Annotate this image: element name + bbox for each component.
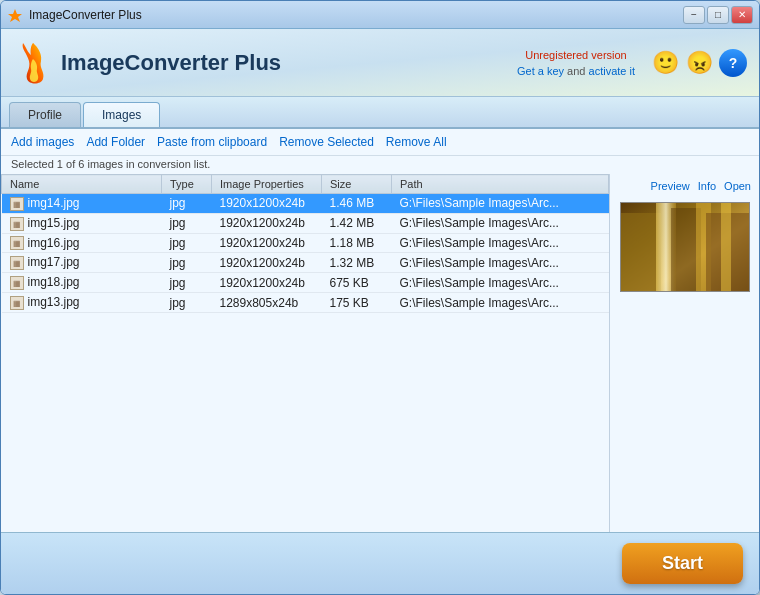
col-header-size: Size [322, 175, 392, 194]
app-header: ImageConverter Plus Unregistered version… [1, 29, 759, 97]
file-table-wrap: Name Type Image Properties Size Path ▦im… [1, 174, 609, 532]
logo-icon [13, 41, 53, 85]
main-window: ImageConverter Plus − □ ✕ [0, 0, 760, 595]
window-controls: − □ ✕ [683, 6, 753, 24]
tab-images[interactable]: Images [83, 102, 160, 127]
col-header-path: Path [392, 175, 609, 194]
get-key-link[interactable]: Get a key [517, 65, 564, 77]
help-button[interactable]: ? [719, 49, 747, 77]
svg-rect-7 [721, 203, 731, 292]
col-header-props: Image Properties [212, 175, 322, 194]
file-list-container: Name Type Image Properties Size Path ▦im… [1, 174, 759, 532]
table-row[interactable]: ▦img16.jpg jpg 1920x1200x24b 1.18 MB G:\… [2, 233, 609, 253]
file-icon: ▦ [10, 197, 24, 211]
toolbar: Add images Add Folder Paste from clipboa… [1, 129, 759, 156]
cell-name: ▦img16.jpg [2, 233, 162, 253]
preview-svg [621, 203, 750, 292]
app-title: ImageConverter Plus [61, 50, 281, 76]
open-link[interactable]: Open [724, 180, 751, 192]
info-link[interactable]: Info [698, 180, 716, 192]
cell-name: ▦img15.jpg [2, 213, 162, 233]
table-row[interactable]: ▦img17.jpg jpg 1920x1200x24b 1.32 MB G:\… [2, 253, 609, 273]
title-bar: ImageConverter Plus − □ ✕ [1, 1, 759, 29]
cell-type: jpg [162, 194, 212, 214]
status-text: Selected 1 of 6 images in conversion lis… [11, 158, 210, 170]
cell-properties: 1289x805x24b [212, 293, 322, 313]
remove-selected-button[interactable]: Remove Selected [279, 135, 374, 149]
cell-path: G:\Files\Sample Images\Arc... [392, 273, 609, 293]
svg-rect-2 [621, 213, 661, 292]
file-icon: ▦ [10, 276, 24, 290]
file-icon: ▦ [10, 217, 24, 231]
cell-type: jpg [162, 273, 212, 293]
tab-profile[interactable]: Profile [9, 102, 81, 127]
cell-size: 1.32 MB [322, 253, 392, 273]
table-row[interactable]: ▦img13.jpg jpg 1289x805x24b 175 KB G:\Fi… [2, 293, 609, 313]
cell-path: G:\Files\Sample Images\Arc... [392, 233, 609, 253]
cell-size: 1.18 MB [322, 233, 392, 253]
cell-size: 1.46 MB [322, 194, 392, 214]
cell-path: G:\Files\Sample Images\Arc... [392, 194, 609, 214]
cell-name: ▦img13.jpg [2, 293, 162, 313]
cell-path: G:\Files\Sample Images\Arc... [392, 213, 609, 233]
preview-image [620, 202, 750, 292]
file-table: Name Type Image Properties Size Path ▦im… [1, 174, 609, 313]
cell-size: 1.42 MB [322, 213, 392, 233]
minimize-button[interactable]: − [683, 6, 705, 24]
main-panel: Add images Add Folder Paste from clipboa… [1, 129, 759, 532]
app-logo: ImageConverter Plus [13, 41, 517, 85]
status-bar: Selected 1 of 6 images in conversion lis… [1, 156, 759, 174]
file-icon: ▦ [10, 256, 24, 270]
cell-type: jpg [162, 233, 212, 253]
file-icon: ▦ [10, 296, 24, 310]
bottom-bar: Start [1, 532, 759, 594]
header-icons: 🙂 😠 ? [651, 49, 747, 77]
cell-properties: 1920x1200x24b [212, 194, 322, 214]
preview-thumbnail [621, 203, 750, 292]
window-title: ImageConverter Plus [29, 8, 683, 22]
col-header-name: Name [2, 175, 162, 194]
add-folder-button[interactable]: Add Folder [86, 135, 145, 149]
cell-path: G:\Files\Sample Images\Arc... [392, 253, 609, 273]
registration-links: Get a key and activate it [517, 65, 635, 77]
start-button[interactable]: Start [622, 543, 743, 584]
sad-icon: 😠 [685, 49, 713, 77]
smiley-icon: 🙂 [651, 49, 679, 77]
unregistered-label: Unregistered version [525, 49, 627, 61]
paste-clipboard-button[interactable]: Paste from clipboard [157, 135, 267, 149]
remove-all-button[interactable]: Remove All [386, 135, 447, 149]
app-content: ImageConverter Plus Unregistered version… [1, 29, 759, 594]
add-images-button[interactable]: Add images [11, 135, 74, 149]
cell-size: 175 KB [322, 293, 392, 313]
cell-properties: 1920x1200x24b [212, 273, 322, 293]
file-icon: ▦ [10, 236, 24, 250]
cell-type: jpg [162, 213, 212, 233]
preview-panel: Preview Info Open [609, 174, 759, 532]
table-row[interactable]: ▦img18.jpg jpg 1920x1200x24b 675 KB G:\F… [2, 273, 609, 293]
header-right: Unregistered version Get a key and activ… [517, 49, 635, 77]
svg-marker-0 [8, 9, 22, 22]
app-icon [7, 7, 23, 23]
table-row[interactable]: ▦img14.jpg jpg 1920x1200x24b 1.46 MB G:\… [2, 194, 609, 214]
cell-name: ▦img17.jpg [2, 253, 162, 273]
cell-name: ▦img18.jpg [2, 273, 162, 293]
preview-link[interactable]: Preview [651, 180, 690, 192]
preview-links: Preview Info Open [614, 178, 755, 194]
col-header-type: Type [162, 175, 212, 194]
cell-type: jpg [162, 293, 212, 313]
activate-link[interactable]: activate it [589, 65, 635, 77]
cell-size: 675 KB [322, 273, 392, 293]
cell-path: G:\Files\Sample Images\Arc... [392, 293, 609, 313]
maximize-button[interactable]: □ [707, 6, 729, 24]
cell-type: jpg [162, 253, 212, 273]
cell-properties: 1920x1200x24b [212, 253, 322, 273]
tabs-bar: Profile Images [1, 97, 759, 129]
cell-properties: 1920x1200x24b [212, 233, 322, 253]
close-button[interactable]: ✕ [731, 6, 753, 24]
cell-properties: 1920x1200x24b [212, 213, 322, 233]
cell-name: ▦img14.jpg [2, 194, 162, 214]
table-row[interactable]: ▦img15.jpg jpg 1920x1200x24b 1.42 MB G:\… [2, 213, 609, 233]
